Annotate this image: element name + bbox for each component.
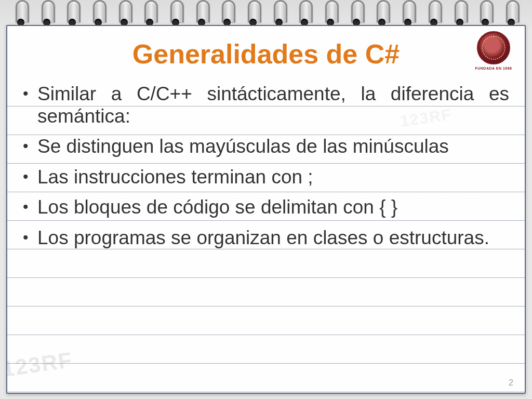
bullet-text: Similar a C/C++ sintácticamente, la dife… (37, 83, 509, 127)
bullet-icon: • (23, 83, 37, 127)
page-number: 2 (509, 378, 513, 388)
bullet-text: Los bloques de código se delimitan con {… (37, 196, 509, 219)
bullet-icon: • (23, 136, 37, 158)
bullet-text: Las instrucciones terminan con ; (37, 166, 509, 189)
notebook-page: 123RF 123RF FUNDADA EN 1988 Generalidade… (6, 25, 526, 394)
list-item: • Las instrucciones terminan con ; (23, 166, 509, 189)
bullet-text: Se distinguen las mayúsculas de las minú… (37, 136, 509, 158)
bullet-text: Los programas se organizan en clases o e… (37, 227, 509, 249)
bullet-icon: • (23, 196, 37, 219)
bullet-icon: • (23, 166, 37, 189)
list-item: • Se distinguen las mayúsculas de las mi… (23, 136, 509, 158)
bullet-list: • Similar a C/C++ sintácticamente, la di… (23, 83, 509, 257)
list-item: • Los bloques de código se delimitan con… (23, 196, 509, 219)
list-item: • Similar a C/C++ sintácticamente, la di… (23, 83, 509, 127)
bullet-icon: • (23, 227, 37, 249)
list-item: • Los programas se organizan en clases o… (23, 227, 509, 249)
slide-title: Generalidades de C# (7, 38, 525, 70)
